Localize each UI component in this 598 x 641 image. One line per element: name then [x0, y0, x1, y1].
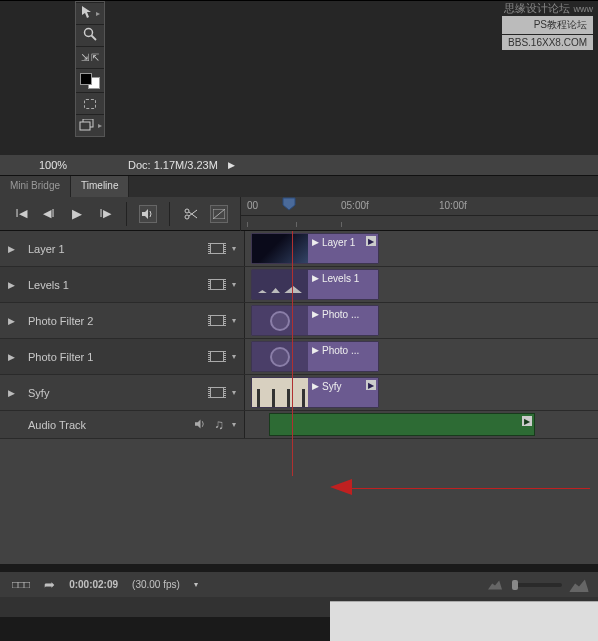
annotation-arrow [330, 479, 590, 499]
track-menu-icon[interactable]: ▾ [232, 244, 236, 253]
speaker-icon [142, 209, 154, 219]
track-header[interactable]: ▶ Levels 1 ▾ [0, 267, 244, 302]
clip-label: Layer 1 [322, 237, 355, 248]
quickmask-tool[interactable] [76, 92, 104, 114]
music-note-icon[interactable]: ♫ [214, 417, 224, 432]
timeline-empty-area[interactable] [0, 439, 598, 564]
video-clip[interactable]: ▶Photo ... [251, 305, 379, 336]
video-clip[interactable]: ▶Layer 1▶ [251, 233, 379, 264]
transition-icon [213, 209, 225, 219]
play-icon: ▶ [312, 237, 319, 247]
toolbox: ▸ ⇲ ⇱ ▸ [75, 1, 105, 137]
video-clip[interactable]: ▶Levels 1 [251, 269, 379, 300]
clip-end-icon: ▶ [366, 236, 376, 246]
doc-size: Doc: 1.17M/3.23M [128, 159, 218, 171]
track-row: ▶ Layer 1 ▾ ▶Layer 1▶ [0, 231, 598, 267]
clip-end-icon: ▶ [522, 416, 532, 426]
track-name: Audio Track [28, 419, 86, 431]
forward-icon[interactable]: ➦ [44, 577, 55, 592]
audio-speaker-icon[interactable] [195, 418, 206, 432]
playhead[interactable] [282, 197, 296, 211]
clip-thumbnail [252, 342, 308, 371]
track-row: ▶ Syfy ▾ ▶Syfy▶ [0, 375, 598, 411]
track-menu-icon[interactable]: ▾ [232, 352, 236, 361]
magnifier-icon [83, 27, 97, 44]
prev-frame-button[interactable]: ◀I [40, 205, 58, 223]
expand-track-icon[interactable]: ▶ [8, 316, 18, 326]
scissors-icon [184, 207, 198, 221]
audio-track-row: Audio Track ♫ ▾ ▶ [0, 411, 598, 439]
video-track-icon [210, 243, 224, 254]
track-header[interactable]: ▶ Syfy ▾ [0, 375, 244, 410]
panel-tabs: Mini Bridge Timeline [0, 175, 598, 197]
next-frame-button[interactable]: I▶ [96, 205, 114, 223]
clip-thumbnail [252, 270, 308, 299]
zoom-slider[interactable] [512, 583, 562, 587]
clip-label: Levels 1 [322, 273, 359, 284]
track-menu-icon[interactable]: ▾ [232, 388, 236, 397]
track-header[interactable]: ▶ Layer 1 ▾ [0, 231, 244, 266]
tab-timeline[interactable]: Timeline [71, 176, 129, 197]
quickmask-icon [84, 99, 96, 109]
tab-mini-bridge[interactable]: Mini Bridge [0, 176, 71, 197]
zoom-tool[interactable] [76, 24, 104, 46]
footer-corner[interactable]: □□□ [12, 579, 30, 590]
expand-track-icon[interactable]: ▶ [8, 352, 18, 362]
expand-track-icon[interactable]: ▶ [8, 388, 18, 398]
zoom-in-icon[interactable] [569, 578, 589, 592]
doc-info-arrow[interactable]: ▶ [228, 160, 235, 170]
svg-rect-3 [80, 122, 90, 130]
video-track-icon [210, 351, 224, 362]
zoom-level[interactable]: 100% [8, 159, 98, 171]
clip-thumbnail [252, 306, 308, 335]
audio-clip[interactable]: ▶ [269, 413, 535, 436]
watermark-text2: PS教程论坛 [502, 16, 593, 34]
zoom-out-icon[interactable] [488, 580, 502, 590]
track-row: ▶ Levels 1 ▾ ▶Levels 1 [0, 267, 598, 303]
video-clip[interactable]: ▶Syfy▶ [251, 377, 379, 408]
track-row: ▶ Photo Filter 1 ▾ ▶Photo ... [0, 339, 598, 375]
ruler-tick: 00 [247, 200, 258, 211]
expand-track-icon[interactable]: ▶ [8, 280, 18, 290]
timeline-tracks: ▶ Layer 1 ▾ ▶Layer 1▶ ▶ Levels 1 ▾ ▶Leve… [0, 231, 598, 439]
track-menu-icon[interactable]: ▾ [232, 316, 236, 325]
screenmode-tool[interactable]: ▸ [76, 114, 104, 136]
flyout-icon: ▸ [96, 9, 100, 18]
track-name: Photo Filter 1 [28, 351, 93, 363]
screens-icon [79, 118, 95, 134]
watermark-overlay: 思缘设计论坛 www PS教程论坛 BBS.16XX8.COM [502, 1, 593, 51]
status-bar: 100% Doc: 1.17M/3.23M ▶ [0, 155, 598, 175]
split-clip-button[interactable] [182, 205, 200, 223]
track-name: Layer 1 [28, 243, 65, 255]
track-menu-icon[interactable]: ▾ [232, 420, 236, 429]
clip-thumbnail [252, 234, 308, 263]
flyout-icon: ▸ [98, 121, 102, 130]
track-header[interactable]: ▶ Photo Filter 1 ▾ [0, 339, 244, 374]
clip-thumbnail [252, 378, 308, 407]
tool-slot[interactable]: ▸ [76, 2, 104, 24]
play-icon: ▶ [312, 273, 319, 283]
video-track-icon [210, 387, 224, 398]
transport-controls: I◀ ◀I ▶ I▶ [0, 202, 240, 226]
chevron-down-icon[interactable]: ▾ [194, 580, 198, 589]
go-to-first-frame-button[interactable]: I◀ [12, 205, 30, 223]
expand-track-icon[interactable]: ▶ [8, 244, 18, 254]
play-button[interactable]: ▶ [68, 205, 86, 223]
track-menu-icon[interactable]: ▾ [232, 280, 236, 289]
mute-button[interactable] [139, 205, 157, 223]
track-header[interactable]: ▶ Photo Filter 2 ▾ [0, 303, 244, 338]
timeline-ruler[interactable]: 00 05:00f 10:00f [240, 197, 598, 231]
color-picker[interactable] [76, 68, 104, 92]
audio-track-header[interactable]: Audio Track ♫ ▾ [0, 411, 244, 438]
svg-point-0 [85, 29, 93, 37]
swap-tool[interactable]: ⇲ ⇱ [76, 46, 104, 68]
color-swatch-icon [80, 73, 100, 89]
clip-label: Syfy [322, 381, 341, 392]
transport-bar: I◀ ◀I ▶ I▶ 00 05:00f 10:00f [0, 197, 598, 231]
timecode-display[interactable]: 0:00:02:09 [69, 579, 118, 590]
play-icon: ▶ [312, 381, 319, 391]
playhead-line [292, 231, 293, 476]
track-name: Syfy [28, 387, 49, 399]
video-clip[interactable]: ▶Photo ... [251, 341, 379, 372]
transition-button[interactable] [210, 205, 228, 223]
